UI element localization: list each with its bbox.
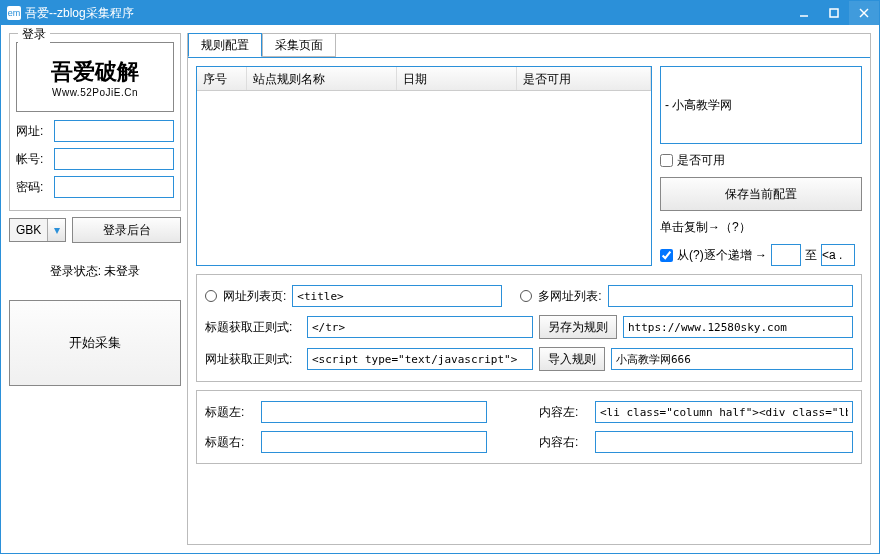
increment-label: 从(?)逐个递增 →	[677, 247, 767, 264]
save-config-button[interactable]: 保存当前配置	[660, 177, 862, 211]
url-regex-input[interactable]	[307, 348, 533, 370]
increment-from-input[interactable]	[771, 244, 801, 266]
title-left-input[interactable]	[261, 401, 487, 423]
save-as-rule-button[interactable]: 另存为规则	[539, 315, 617, 339]
to-label: 至	[805, 247, 817, 264]
col-name: 站点规则名称	[247, 67, 397, 90]
minimize-button[interactable]	[789, 1, 819, 25]
listpage-input[interactable]	[292, 285, 502, 307]
pass-input[interactable]	[54, 176, 174, 198]
title-left-label: 标题左:	[205, 404, 255, 421]
multilist-radio[interactable]	[520, 290, 532, 302]
url-input[interactable]	[54, 120, 174, 142]
close-button[interactable]	[849, 1, 879, 25]
login-legend: 登录	[18, 26, 50, 43]
listpage-label: 网址列表页:	[223, 288, 286, 305]
title-regex-label: 标题获取正则式:	[205, 319, 301, 336]
svg-rect-1	[830, 9, 838, 17]
listpage-radio[interactable]	[205, 290, 217, 302]
user-label: 帐号:	[16, 151, 50, 168]
maximize-button[interactable]	[819, 1, 849, 25]
col-date: 日期	[397, 67, 517, 90]
enable-label: 是否可用	[677, 152, 725, 169]
enable-checkbox[interactable]: 是否可用	[660, 152, 862, 169]
app-icon: em	[7, 6, 21, 20]
content-rules-section: 标题左: 内容左: 标题右: 内容右:	[196, 390, 862, 464]
content-left-label: 内容左:	[539, 404, 589, 421]
tab-rules[interactable]: 规则配置	[188, 33, 262, 57]
content-left-input[interactable]	[595, 401, 853, 423]
grid-header: 序号 站点规则名称 日期 是否可用	[197, 67, 651, 91]
title-right-label: 标题右:	[205, 434, 255, 451]
start-collect-button[interactable]: 开始采集	[9, 300, 181, 386]
col-enabled: 是否可用	[517, 67, 651, 90]
import-rule-button[interactable]: 导入规则	[539, 347, 605, 371]
title-regex-input[interactable]	[307, 316, 533, 338]
title-right-input[interactable]	[261, 431, 487, 453]
multilist-label: 多网址列表:	[538, 288, 601, 305]
copy-hint: 单击复制→（?）	[660, 219, 862, 236]
increment-checkbox-input[interactable]	[660, 249, 673, 262]
window-title: 吾爱--zblog采集程序	[25, 5, 789, 22]
titlebar: em 吾爱--zblog采集程序	[1, 1, 879, 25]
logo-text: 吾爱破解	[51, 57, 139, 87]
content-right-input[interactable]	[595, 431, 853, 453]
logo: 吾爱破解 Www.52PoJiE.Cn	[16, 42, 174, 112]
rules-grid[interactable]: 序号 站点规则名称 日期 是否可用	[196, 66, 652, 266]
pass-label: 密码:	[16, 179, 50, 196]
login-group: 登录 吾爱破解 Www.52PoJiE.Cn 网址: 帐号: 密码:	[9, 33, 181, 211]
content-right-label: 内容右:	[539, 434, 589, 451]
user-input[interactable]	[54, 148, 174, 170]
logo-url: Www.52PoJiE.Cn	[52, 87, 138, 98]
url-regex-label: 网址获取正则式:	[205, 351, 301, 368]
multilist-input[interactable]	[608, 285, 853, 307]
login-button[interactable]: 登录后台	[72, 217, 181, 243]
site-url-input[interactable]	[623, 316, 853, 338]
url-label: 网址:	[16, 123, 50, 140]
col-index: 序号	[197, 67, 247, 90]
enable-checkbox-input[interactable]	[660, 154, 673, 167]
encoding-select[interactable]: GBK ▾	[9, 218, 66, 242]
dropdown-icon: ▾	[47, 219, 65, 241]
encoding-value: GBK	[10, 223, 47, 237]
increment-checkbox[interactable]: 从(?)逐个递增 →	[660, 247, 767, 264]
url-rules-section: 网址列表页: 多网址列表: 标题获取正则式: 另存为规则 网	[196, 274, 862, 382]
login-status: 登录状态: 未登录	[9, 249, 181, 294]
site-name-input[interactable]	[611, 348, 853, 370]
rule-name-input[interactable]	[660, 66, 862, 144]
increment-to-input[interactable]	[821, 244, 855, 266]
tab-collect[interactable]: 采集页面	[262, 33, 336, 57]
